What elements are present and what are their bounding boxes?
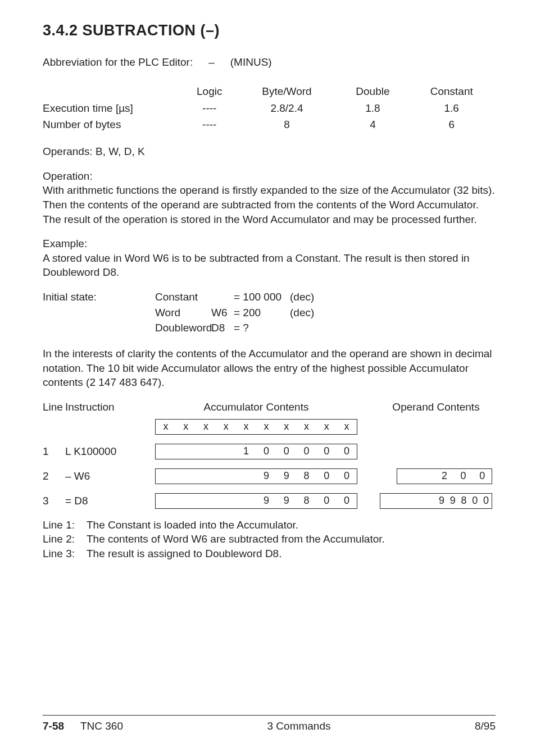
page-footer: 7-58 TNC 360 3 Commands 8/95 [43,715,496,734]
trace-instruction: L K100000 [65,444,155,459]
cell: ---- [183,116,236,133]
register-digit: x [216,420,236,433]
footer-model: TNC 360 [80,720,123,732]
init-c2: D8 [211,321,234,335]
accumulator-register: 100000 [155,444,357,459]
register-digit: x [196,420,216,433]
expl-key: Line 1: [43,518,79,532]
register-digit: 0 [316,444,337,458]
register-digit: 0 [297,444,317,458]
table-row: Execution time [µs] ---- 2.8/2.4 1.8 1.6 [43,100,496,117]
register-digit: 9 [276,469,297,482]
init-c1: Doubleword [155,321,211,335]
trace-row: 3= D89980099800 [43,493,496,509]
register-digit: 0 [337,494,357,507]
expl-row: Line 1: The Constant is loaded into the … [43,518,496,532]
expl-row: Line 3: The result is assigned to Double… [43,546,496,561]
accumulator-register: 99800 [155,468,357,484]
init-c1: Word [155,306,211,320]
section-heading: 3.4.2 SUBTRACTION (–) [43,20,496,40]
trace-line-num: 3 [43,494,65,508]
header-instruction: Instruction [65,400,155,415]
init-c4: (dec) [290,306,324,320]
register-digit: 0 [480,494,492,507]
clarity-note: In the interests of clarity the contents… [43,347,496,390]
timing-table: Logic Byte/Word Double Constant Executio… [43,83,496,133]
row-label: Execution time [µs] [43,100,183,117]
operation-label: Operation: [43,169,496,184]
expl-val: The result is assigned to Doubleword D8. [87,546,281,561]
register-digit: x [256,420,276,433]
register-digit: x [236,420,256,433]
register-digit: 9 [436,494,447,507]
init-c3: = 100 000 [234,290,290,304]
trace-instruction: = D8 [65,494,155,508]
register-digit: 0 [337,444,357,458]
expl-val: The Constant is loaded into the Accumula… [87,518,298,532]
footer-section: 3 Commands [267,719,331,734]
expl-key: Line 2: [43,532,79,546]
init-c1: Constant [155,290,211,304]
operation-text: With arithmetic functions the operand is… [43,183,496,226]
col-constant: Constant [407,83,496,100]
col-logic: Logic [183,83,236,100]
init-c2: W6 [211,306,234,320]
trace-line-num: 2 [43,469,65,484]
register-digit: 1 [236,444,256,458]
footer-page-number: 7-58 [43,720,64,732]
cell: 1.8 [338,100,407,117]
init-c3: = ? [234,321,290,335]
trace-instruction: – W6 [65,469,155,484]
register-digit: 0 [469,494,480,507]
trace-rows: xxxxxxxxxx1L K1000001000002– W6998002003… [43,419,496,509]
header-operand: Operand Contents [380,400,492,415]
operation-block: Operation: With arithmetic functions the… [43,169,496,227]
register-digit: x [297,420,317,433]
register-digit: 8 [458,494,470,507]
register-digit: 9 [256,494,276,507]
abbr-name: (MINUS) [230,55,272,70]
col-byteword: Byte/Word [236,83,338,100]
abbr-row: Abbreviation for the PLC Editor: – (MINU… [43,55,496,70]
trace-line-num: 1 [43,444,65,459]
cell: 2.8/2.4 [236,100,338,117]
register-digit: 8 [297,469,317,482]
explanations: Line 1: The Constant is loaded into the … [43,518,496,561]
register-digit: x [156,420,176,433]
init-c4 [290,321,324,335]
register-digit: x [276,420,297,433]
header-line: Line [43,400,65,415]
row-label: Number of bytes [43,116,183,133]
register-digit: 0 [316,469,337,482]
trace-row: xxxxxxxxxx [43,419,496,435]
accumulator-register: 99800 [155,493,357,509]
register-digit: x [337,420,357,433]
expl-row: Line 2: The contents of Word W6 are subt… [43,532,496,546]
cell: 8 [236,116,338,133]
cell: 4 [338,116,407,133]
example-text: A stored value in Word W6 is to be subtr… [43,251,496,280]
register-digit: 0 [454,469,473,482]
expl-val: The contents of Word W6 are subtracted f… [87,532,385,546]
register-digit: 0 [337,469,357,482]
trace-headers: Line Instruction Accumulator Contents Op… [43,400,496,415]
operand-register: 99800 [380,493,492,509]
register-digit: 9 [256,469,276,482]
trace-row: 1L K100000100000 [43,444,496,459]
init-c4: (dec) [290,290,324,304]
accumulator-register: xxxxxxxxxx [155,419,357,435]
register-digit: 0 [473,469,492,482]
cell: 6 [407,116,496,133]
register-digit: 0 [316,494,337,507]
page: 3.4.2 SUBTRACTION (–) Abbreviation for t… [0,0,536,756]
header-accumulator: Accumulator Contents [155,400,357,415]
table-row: Number of bytes ---- 8 4 6 [43,116,496,133]
register-digit: 8 [297,494,317,507]
init-c3: = 200 [234,306,290,320]
example-block: Example: A stored value in Word W6 is to… [43,236,496,280]
trace-row: 2– W699800200 [43,468,496,484]
expl-key: Line 3: [43,546,79,561]
abbr-label: Abbreviation for the PLC Editor: [43,55,193,70]
register-digit: 2 [435,469,454,482]
register-digit: 9 [276,494,297,507]
